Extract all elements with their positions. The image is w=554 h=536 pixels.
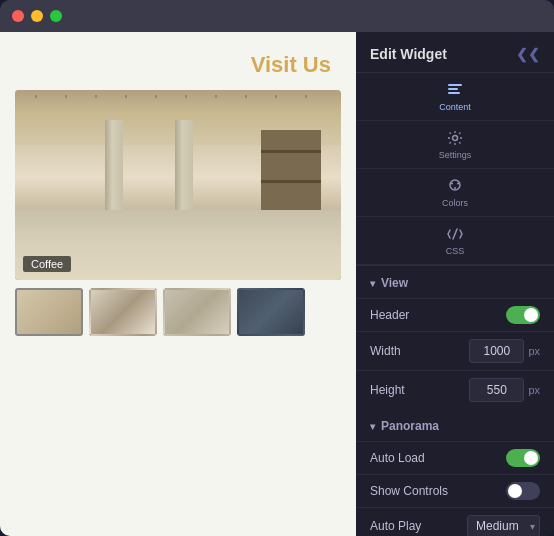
main-content: Visit Us Coffee bbox=[0, 32, 554, 536]
auto-play-select[interactable]: Off Slow Medium Fast bbox=[467, 515, 540, 536]
maximize-dot[interactable] bbox=[50, 10, 62, 22]
width-setting-row: Width px bbox=[356, 331, 554, 370]
width-input-group: px bbox=[469, 339, 540, 363]
content-icon bbox=[446, 81, 464, 99]
panel-header: Edit Widget ❮❮ bbox=[356, 32, 554, 73]
svg-rect-1 bbox=[448, 88, 458, 90]
show-controls-setting-row: Show Controls bbox=[356, 474, 554, 507]
header-label: Header bbox=[370, 308, 409, 322]
settings-icon bbox=[446, 129, 464, 147]
css-icon bbox=[446, 225, 464, 243]
thumbnail-strip bbox=[15, 288, 341, 336]
edit-widget-panel: Edit Widget ❮❮ Content bbox=[356, 32, 554, 536]
sidebar-item-content[interactable]: Content bbox=[356, 73, 554, 121]
preview-area: Visit Us Coffee bbox=[0, 32, 356, 536]
css-label: CSS bbox=[446, 246, 465, 256]
svg-point-7 bbox=[454, 187, 456, 189]
height-setting-row: Height px bbox=[356, 370, 554, 409]
header-setting-row: Header bbox=[356, 298, 554, 331]
svg-point-6 bbox=[457, 183, 459, 185]
width-label: Width bbox=[370, 344, 401, 358]
panorama-section-header: ▾ Panorama bbox=[356, 409, 554, 441]
title-bar bbox=[0, 0, 554, 32]
thumbnail-3[interactable] bbox=[163, 288, 231, 336]
panel-body: ▾ View Header Width px Height bbox=[356, 266, 554, 536]
svg-point-5 bbox=[451, 183, 453, 185]
visit-us-title: Visit Us bbox=[251, 52, 331, 78]
auto-load-setting-row: Auto Load bbox=[356, 441, 554, 474]
colors-icon bbox=[446, 177, 464, 195]
height-label: Height bbox=[370, 383, 405, 397]
show-controls-label: Show Controls bbox=[370, 484, 448, 498]
settings-label: Settings bbox=[439, 150, 472, 160]
width-input[interactable] bbox=[469, 339, 524, 363]
panorama-viewer[interactable]: Coffee bbox=[15, 90, 341, 280]
svg-rect-0 bbox=[448, 84, 462, 86]
height-input[interactable] bbox=[469, 378, 524, 402]
auto-load-toggle[interactable] bbox=[506, 449, 540, 467]
collapse-panel-button[interactable]: ❮❮ bbox=[516, 46, 540, 62]
close-dot[interactable] bbox=[12, 10, 24, 22]
svg-rect-2 bbox=[448, 92, 460, 94]
sidebar-icons: Content Settings Color bbox=[356, 73, 554, 266]
auto-load-label: Auto Load bbox=[370, 451, 425, 465]
panorama-section-label: Panorama bbox=[381, 419, 439, 433]
minimize-dot[interactable] bbox=[31, 10, 43, 22]
svg-point-3 bbox=[453, 136, 458, 141]
content-label: Content bbox=[439, 102, 471, 112]
header-toggle[interactable] bbox=[506, 306, 540, 324]
sidebar-item-settings[interactable]: Settings bbox=[356, 121, 554, 169]
sidebar-item-css[interactable]: CSS bbox=[356, 217, 554, 265]
thumbnail-1[interactable] bbox=[15, 288, 83, 336]
panorama-chevron: ▾ bbox=[370, 421, 375, 432]
auto-play-label: Auto Play bbox=[370, 519, 421, 533]
thumbnail-4[interactable] bbox=[237, 288, 305, 336]
auto-play-setting-row: Auto Play Off Slow Medium Fast bbox=[356, 507, 554, 536]
coffee-label: Coffee bbox=[23, 256, 71, 272]
view-chevron: ▾ bbox=[370, 278, 375, 289]
view-section-label: View bbox=[381, 276, 408, 290]
height-input-group: px bbox=[469, 378, 540, 402]
thumbnail-2[interactable] bbox=[89, 288, 157, 336]
auto-play-select-wrapper: Off Slow Medium Fast bbox=[467, 515, 540, 536]
app-window: Visit Us Coffee bbox=[0, 0, 554, 536]
panel-title: Edit Widget bbox=[370, 46, 447, 62]
view-section-header: ▾ View bbox=[356, 266, 554, 298]
show-controls-toggle[interactable] bbox=[506, 482, 540, 500]
height-unit: px bbox=[528, 384, 540, 396]
colors-label: Colors bbox=[442, 198, 468, 208]
sidebar-item-colors[interactable]: Colors bbox=[356, 169, 554, 217]
width-unit: px bbox=[528, 345, 540, 357]
